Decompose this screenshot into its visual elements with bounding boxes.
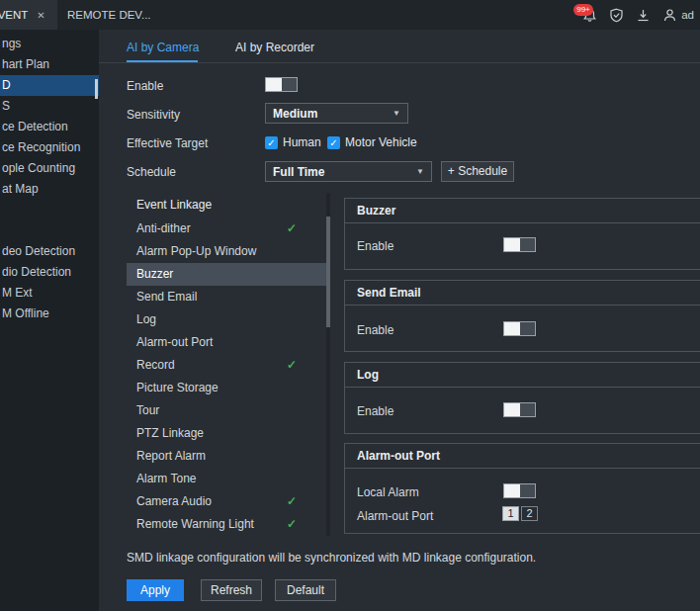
sidebar-group-gap	[0, 200, 99, 241]
alarm-out-port-section: Alarm-out Port Local Alarm Alarm-out Por…	[344, 443, 700, 534]
checkbox-checked-icon[interactable]: ✓	[327, 136, 340, 149]
alarm-button[interactable]: 99+	[582, 8, 597, 23]
top-bar: EVENT ✕ REMOTE DEV... 99+	[0, 0, 700, 30]
linkage-item-alarm-tone[interactable]: Alarm Tone	[127, 468, 326, 490]
linkage-item-label: Record	[136, 358, 175, 372]
linkage-item-label: Camera Audio	[136, 494, 212, 508]
linkage-item-label: PTZ Linkage	[136, 426, 204, 440]
linkage-item-label: Anti-dither	[136, 221, 191, 235]
buzzer-enable-label: Enable	[357, 239, 394, 253]
security-button[interactable]	[609, 8, 624, 23]
user-name: ad	[681, 9, 694, 21]
motor-vehicle-checkbox-group[interactable]: ✓ Motor Vehicle	[327, 135, 417, 149]
shield-check-icon	[609, 8, 624, 23]
sidebar-item-people-counting[interactable]: ople Counting	[0, 158, 99, 179]
sidebar-item-smd-selected[interactable]: D	[0, 75, 99, 96]
sidebar-item[interactable]: ngs	[0, 34, 99, 54]
user-icon	[662, 8, 677, 23]
linkage-item-send-email[interactable]: Send Email	[127, 286, 326, 308]
sidebar-scrollbar-thumb[interactable]	[95, 79, 98, 99]
linkage-item-anti-dither[interactable]: Anti-dither ✓	[127, 218, 326, 240]
linkage-item-record[interactable]: Record ✓	[127, 354, 326, 377]
log-enable-label: Enable	[357, 404, 394, 418]
enable-toggle[interactable]	[265, 77, 298, 92]
human-checkbox-group[interactable]: ✓ Human	[265, 135, 321, 149]
event-linkage-header: Event Linkage	[127, 193, 326, 218]
linkage-item-label: Alarm-out Port	[136, 335, 213, 349]
download-icon	[636, 8, 651, 23]
event-list-scrollbar[interactable]	[326, 193, 330, 536]
local-alarm-toggle[interactable]	[503, 483, 536, 498]
linkage-item-ptz-linkage[interactable]: PTZ Linkage	[127, 422, 326, 445]
sidebar-item-ext[interactable]: M Ext	[0, 283, 99, 304]
tab-event[interactable]: EVENT ✕	[0, 0, 57, 30]
linkage-item-label: Remote Warning Light	[136, 517, 254, 531]
enable-label: Enable	[127, 79, 163, 93]
refresh-button[interactable]: Refresh	[201, 579, 262, 601]
linkage-item-remote-warning-light[interactable]: Remote Warning Light ✓	[127, 513, 326, 536]
log-enable-toggle[interactable]	[503, 402, 536, 417]
linkage-item-label: Buzzer	[136, 267, 173, 281]
check-icon: ✓	[287, 218, 297, 240]
linkage-item-tour[interactable]: Tour	[127, 399, 326, 422]
chevron-down-icon: ▼	[393, 109, 400, 118]
check-icon: ✓	[287, 513, 297, 536]
alarm-out-port-section-title: Alarm-out Port	[345, 444, 700, 469]
checkbox-checked-icon[interactable]: ✓	[265, 136, 278, 149]
default-button[interactable]: Default	[275, 579, 336, 601]
linkage-item-alarm-out-port[interactable]: Alarm-out Port	[127, 331, 326, 354]
schedule-value: Full Time	[273, 165, 324, 179]
sync-note: SMD linkage configuration will be synchr…	[127, 551, 536, 565]
sidebar-item[interactable]: S	[0, 96, 99, 117]
send-email-section: Send Email Enable	[344, 280, 700, 352]
tabs-divider	[99, 62, 700, 63]
alarm-count-badge: 99+	[573, 4, 593, 16]
linkage-item-picture-storage[interactable]: Picture Storage	[127, 377, 326, 399]
sidebar-item-face-detection[interactable]: ce Detection	[0, 117, 99, 137]
check-icon: ✓	[287, 490, 297, 513]
linkage-item-label: Picture Storage	[136, 381, 219, 394]
linkage-item-report-alarm[interactable]: Report Alarm	[127, 445, 326, 468]
chevron-down-icon: ▼	[416, 167, 424, 176]
linkage-item-camera-audio[interactable]: Camera Audio ✓	[127, 490, 326, 513]
download-button[interactable]	[636, 8, 651, 23]
linkage-item-label: Alarm Pop-Up Window	[136, 244, 256, 258]
log-section-title: Log	[345, 363, 700, 388]
send-email-enable-toggle[interactable]	[503, 321, 536, 336]
buzzer-section-title: Buzzer	[345, 199, 700, 223]
tab-remote-device[interactable]: REMOTE DEV...	[67, 0, 151, 30]
sensitivity-label: Sensitivity	[127, 108, 180, 122]
apply-button[interactable]: Apply	[127, 579, 184, 601]
main-panel: AI by Camera AI by Recorder Enable Sensi…	[99, 30, 700, 611]
tab-ai-by-camera[interactable]: AI by Camera	[127, 41, 199, 54]
add-schedule-button[interactable]: + Schedule	[441, 161, 514, 182]
event-linkage-list: Event Linkage Anti-dither ✓ Alarm Pop-Up…	[127, 193, 326, 536]
linkage-item-label: Send Email	[136, 290, 197, 304]
linkage-item-log[interactable]: Log	[127, 308, 326, 331]
sidebar-item-face-recognition[interactable]: ce Recognition	[0, 137, 99, 158]
tab-event-label: EVENT	[0, 9, 28, 21]
motor-vehicle-checkbox-label: Motor Vehicle	[345, 135, 417, 149]
sidebar-item-audio-detection[interactable]: dio Detection	[0, 262, 99, 283]
send-email-enable-label: Enable	[357, 323, 394, 337]
sidebar-item-heat-map[interactable]: at Map	[0, 179, 99, 200]
linkage-item-alarm-popup[interactable]: Alarm Pop-Up Window	[127, 240, 326, 263]
alarm-out-port-1-button[interactable]: 1	[502, 506, 519, 521]
sidebar-item-smart-plan[interactable]: hart Plan	[0, 54, 99, 75]
linkage-item-buzzer-selected[interactable]: Buzzer	[127, 263, 326, 286]
schedule-label: Schedule	[127, 165, 176, 179]
alarm-out-port-label: Alarm-out Port	[357, 509, 433, 523]
human-checkbox-label: Human	[283, 135, 321, 149]
alarm-out-port-2-button[interactable]: 2	[521, 506, 538, 521]
close-icon[interactable]: ✕	[37, 10, 44, 21]
sensitivity-dropdown[interactable]: Medium ▼	[265, 103, 408, 124]
linkage-item-label: Log	[136, 312, 156, 326]
event-list-scrollbar-thumb[interactable]	[326, 217, 330, 327]
buzzer-enable-toggle[interactable]	[503, 237, 536, 252]
schedule-dropdown[interactable]: Full Time ▼	[265, 161, 432, 182]
user-menu[interactable]: ad	[662, 8, 694, 23]
sidebar-item-offline[interactable]: M Offline	[0, 304, 99, 324]
tab-ai-by-recorder[interactable]: AI by Recorder	[235, 41, 314, 54]
send-email-section-title: Send Email	[345, 281, 700, 306]
sidebar-item-video-detection[interactable]: deo Detection	[0, 241, 99, 262]
